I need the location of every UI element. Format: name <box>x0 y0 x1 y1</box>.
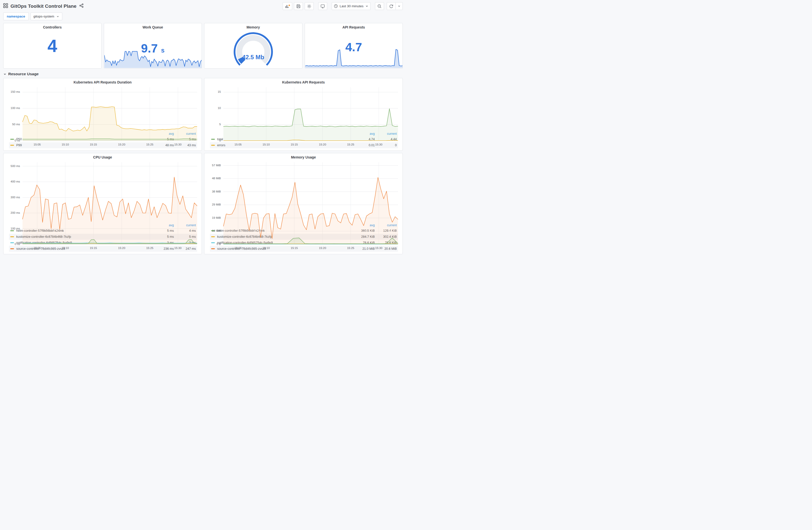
zoom-out-time-button[interactable] <box>375 2 384 10</box>
legend-series-name: errors <box>217 144 226 147</box>
series-color-dash <box>10 236 14 237</box>
x-axis-tick-label: 15:05 <box>231 247 245 250</box>
duration-chart-plot[interactable]: 15:0515:1015:1515:2015:2515:300 ns50 ms1… <box>23 87 197 123</box>
y-axis-tick-label: 100 ms <box>4 106 20 109</box>
y-axis-tick-label: 38 MiB <box>205 190 221 193</box>
y-axis-tick-label: 0 <box>205 139 221 142</box>
memory-gauge-value: 42.5 Mb <box>204 54 302 61</box>
variable-namespace-select[interactable]: gitops-system <box>30 13 62 20</box>
panel-cpu-usage: CPU Usage 15:0515:1015:1515:2015:2515:30… <box>3 153 202 254</box>
dashboard-header: GitOps Toolkit Control Plane <box>0 0 406 11</box>
panel-title[interactable]: Controllers <box>3 23 101 31</box>
variable-namespace-value: gitops-system <box>33 15 54 18</box>
refresh-button-group <box>387 2 403 10</box>
y-axis-tick-label: 57 MiB <box>205 164 221 167</box>
x-axis-tick-label: 15:05 <box>231 143 245 146</box>
panel-title[interactable]: Memory <box>204 23 302 31</box>
chevron-down-icon <box>3 73 6 76</box>
panel-title[interactable]: Kubernetes API Requests Duration <box>3 78 202 86</box>
y-axis-tick-label: 0 ns <box>4 242 20 246</box>
api-requests-value: 4.7 <box>305 41 403 53</box>
page-title: GitOps Toolkit Control Plane <box>11 3 76 9</box>
panel-title[interactable]: Memory Usage <box>204 153 403 161</box>
x-axis-tick-label: 15:05 <box>30 247 44 250</box>
save-dashboard-button[interactable] <box>294 2 303 10</box>
controllers-value: 4 <box>3 37 101 55</box>
x-axis-tick-label: 15:30 <box>372 247 386 250</box>
x-axis-tick-label: 15:15 <box>287 247 301 250</box>
refresh-interval-picker[interactable] <box>396 2 403 10</box>
variable-namespace-label: namespace <box>3 13 29 20</box>
y-axis-tick-label: 400 ms <box>4 180 20 183</box>
work-queue-value: 9.7 s <box>104 43 202 55</box>
panel-api-requests-stat: API Requests 4.7 <box>305 23 403 69</box>
share-dashboard-icon[interactable] <box>79 3 84 9</box>
panel-api-requests: Kubernetes API Requests 15:0515:1015:151… <box>204 78 403 151</box>
variables-row: namespace gitops-system <box>0 11 406 23</box>
x-axis-tick-label: 15:10 <box>58 143 72 146</box>
charts-row-2: CPU Usage 15:0515:1015:1515:2015:2515:30… <box>3 153 403 254</box>
dashboard-grid-icon[interactable] <box>3 3 8 9</box>
requests-chart-plot[interactable]: 15:0515:1015:1515:2015:2515:30051015 <box>223 87 398 123</box>
y-axis-tick-label: 500 ms <box>4 164 20 167</box>
x-axis-tick-label: 15:30 <box>171 143 185 146</box>
chevron-down-icon <box>365 4 368 8</box>
y-axis-tick-label: 300 ms <box>4 196 20 199</box>
panel-memory-usage: Memory Usage 15:0515:1015:1515:2015:2515… <box>204 153 403 254</box>
chevron-down-icon <box>397 4 401 8</box>
x-axis-tick-label: 15:25 <box>143 247 157 250</box>
dashboard-toolbar: Last 30 minutes <box>283 2 403 10</box>
time-range-label: Last 30 minutes <box>340 4 363 8</box>
memory-gauge[interactable]: 42.5 Mb <box>204 31 302 67</box>
refresh-dashboard-button[interactable] <box>387 2 396 10</box>
charts-row-1: Kubernetes API Requests Duration 15:0515… <box>3 78 403 151</box>
x-axis-tick-label: 15:25 <box>344 143 358 146</box>
x-axis-tick-label: 15:15 <box>287 143 301 146</box>
y-axis-tick-label: 0 ns <box>4 139 20 142</box>
y-axis-tick-label: 10 MiB <box>205 229 221 232</box>
panel-title[interactable]: Work Queue <box>104 23 202 31</box>
panel-controllers: Controllers 4 <box>3 23 102 69</box>
section-title: Resource Usage <box>8 72 39 76</box>
cpu-chart-plot[interactable]: 15:0515:1015:1515:2015:2515:300 ns100 ms… <box>23 162 197 215</box>
cycle-view-mode-button[interactable] <box>318 2 327 10</box>
x-axis-tick-label: 15:25 <box>143 143 157 146</box>
panel-api-requests-duration: Kubernetes API Requests Duration 15:0515… <box>3 78 202 151</box>
add-panel-button[interactable] <box>283 2 292 10</box>
y-axis-tick-label: 5 <box>205 123 221 126</box>
work-queue-unit: s <box>161 47 164 54</box>
y-axis-tick-label: 19 MiB <box>205 216 221 219</box>
y-axis-tick-label: 100 ms <box>4 227 20 230</box>
panel-title[interactable]: API Requests <box>305 23 403 31</box>
x-axis-tick-label: 15:20 <box>115 247 129 250</box>
y-axis-tick-label: 50 ms <box>4 123 20 126</box>
x-axis-tick-label: 15:20 <box>316 247 330 250</box>
x-axis-tick-label: 15:15 <box>86 247 100 250</box>
stat-panels-row: Controllers 4 Work Queue 9.7 s Memory 42… <box>3 23 403 69</box>
x-axis-tick-label: 15:15 <box>86 143 100 146</box>
y-axis-tick-label: 0 B <box>205 242 221 246</box>
panel-title[interactable]: CPU Usage <box>3 153 202 161</box>
section-row-resource-usage[interactable]: Resource Usage <box>3 72 403 76</box>
series-color-dash <box>211 248 215 249</box>
series-color-dash <box>211 145 215 146</box>
time-range-picker[interactable]: Last 30 minutes <box>332 2 371 10</box>
y-axis-tick-label: 10 <box>205 106 221 109</box>
x-axis-tick-label: 15:30 <box>171 247 185 250</box>
y-axis-tick-label: 200 ms <box>4 211 20 214</box>
panel-title[interactable]: Kubernetes API Requests <box>204 78 403 86</box>
y-axis-tick-label: 15 <box>205 90 221 93</box>
legend-series-name: P99 <box>16 144 22 147</box>
x-axis-tick-label: 15:10 <box>259 143 273 146</box>
memory-chart-plot[interactable]: 15:0515:1015:1515:2015:2515:300 B10 MiB1… <box>223 162 398 215</box>
x-axis-tick-label: 15:30 <box>372 143 386 146</box>
y-axis-tick-label: 150 ms <box>4 90 20 93</box>
series-color-dash <box>10 248 14 249</box>
x-axis-tick-label: 15:20 <box>115 143 129 146</box>
x-axis-tick-label: 15:10 <box>259 247 273 250</box>
x-axis-tick-label: 15:20 <box>316 143 330 146</box>
dashboard-settings-button[interactable] <box>305 2 314 10</box>
y-axis-tick-label: 48 MiB <box>205 177 221 180</box>
panel-memory-gauge: Memory 42.5 Mb <box>204 23 302 69</box>
series-color-dash <box>211 236 215 237</box>
